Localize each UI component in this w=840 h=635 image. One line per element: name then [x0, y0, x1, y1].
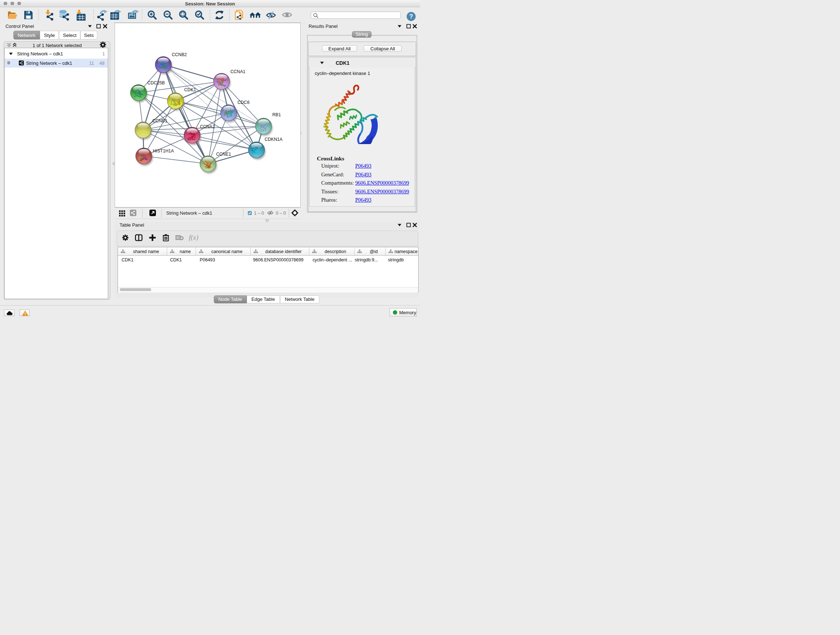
svg-text:RB1: RB1	[272, 112, 281, 117]
svg-text:CDKN1A: CDKN1A	[264, 137, 283, 142]
svg-text:CCNE1: CCNE1	[216, 152, 231, 157]
svg-text:CCNB1: CCNB1	[152, 119, 167, 124]
svg-text:HIST1H1A: HIST1H1A	[153, 149, 174, 154]
svg-text:CDK1: CDK1	[184, 87, 196, 92]
svg-text:CDC25B: CDC25B	[147, 80, 164, 86]
svg-text:CCNA1: CCNA1	[231, 69, 246, 74]
svg-text:CCNB2: CCNB2	[172, 52, 187, 57]
svg-text:CDC6: CDC6	[237, 100, 249, 105]
svg-text:CCNA2: CCNA2	[200, 124, 215, 129]
